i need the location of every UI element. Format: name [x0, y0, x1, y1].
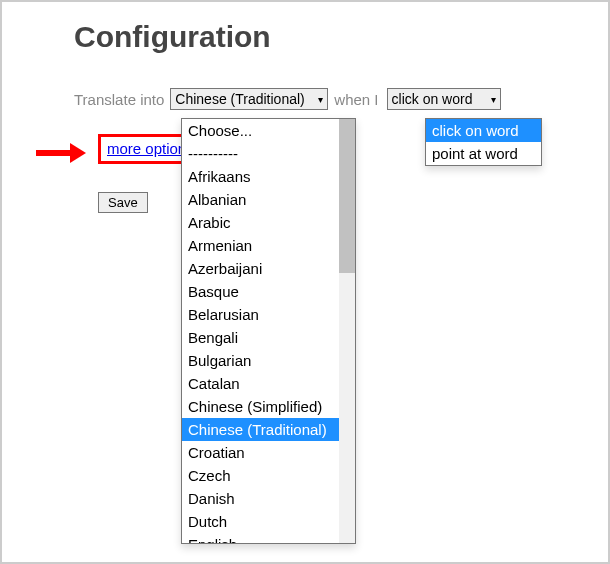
language-option[interactable]: Czech: [182, 464, 355, 487]
language-option[interactable]: Arabic: [182, 211, 355, 234]
language-option[interactable]: Belarusian: [182, 303, 355, 326]
trigger-option[interactable]: click on word: [426, 119, 541, 142]
language-option[interactable]: Danish: [182, 487, 355, 510]
trigger-dropdown[interactable]: click on wordpoint at word: [425, 118, 542, 166]
chevron-down-icon: ▾: [491, 94, 496, 105]
language-select-value: Chinese (Traditional): [175, 91, 304, 107]
language-option[interactable]: Albanian: [182, 188, 355, 211]
language-option[interactable]: Chinese (Traditional): [182, 418, 355, 441]
scrollbar-thumb[interactable]: [339, 119, 355, 273]
chevron-down-icon: ▾: [318, 94, 323, 105]
trigger-select-value: click on word: [392, 91, 473, 107]
language-option[interactable]: Afrikaans: [182, 165, 355, 188]
language-option[interactable]: Bengali: [182, 326, 355, 349]
language-option[interactable]: Croatian: [182, 441, 355, 464]
save-button[interactable]: Save: [98, 192, 148, 213]
config-row: Translate into Chinese (Traditional) ▾ w…: [74, 88, 590, 110]
language-option[interactable]: Choose...: [182, 119, 355, 142]
language-option[interactable]: Armenian: [182, 234, 355, 257]
language-option[interactable]: English: [182, 533, 355, 544]
language-option[interactable]: Chinese (Simplified): [182, 395, 355, 418]
translate-into-label: Translate into: [74, 91, 164, 108]
language-option[interactable]: Bulgarian: [182, 349, 355, 372]
when-i-label: when I: [334, 91, 378, 108]
language-dropdown[interactable]: Choose...----------AfrikaansAlbanianArab…: [181, 118, 356, 544]
language-option[interactable]: Basque: [182, 280, 355, 303]
trigger-option[interactable]: point at word: [426, 142, 541, 165]
language-select[interactable]: Chinese (Traditional) ▾: [170, 88, 328, 110]
svg-marker-1: [70, 143, 86, 163]
language-option[interactable]: Dutch: [182, 510, 355, 533]
page-title: Configuration: [74, 20, 590, 54]
language-option[interactable]: Catalan: [182, 372, 355, 395]
callout-arrow-icon: [36, 142, 86, 164]
language-option[interactable]: Azerbaijani: [182, 257, 355, 280]
language-option[interactable]: ----------: [182, 142, 355, 165]
trigger-select[interactable]: click on word ▾: [387, 88, 501, 110]
